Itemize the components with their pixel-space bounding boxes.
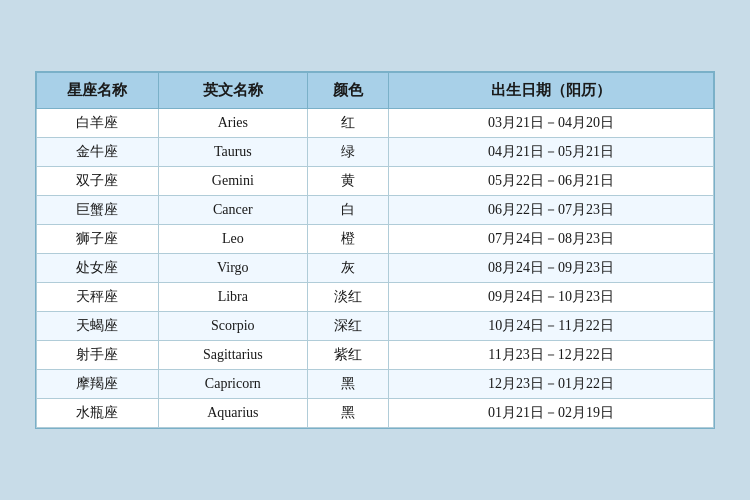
- cell-chinese: 狮子座: [37, 225, 159, 254]
- cell-english: Virgo: [158, 254, 307, 283]
- cell-english: Libra: [158, 283, 307, 312]
- table-row: 白羊座Aries红03月21日－04月20日: [37, 109, 714, 138]
- cell-date: 05月22日－06月21日: [389, 167, 714, 196]
- cell-chinese: 射手座: [37, 341, 159, 370]
- header-chinese: 星座名称: [37, 73, 159, 109]
- table-body: 白羊座Aries红03月21日－04月20日金牛座Taurus绿04月21日－0…: [37, 109, 714, 428]
- cell-color: 灰: [307, 254, 388, 283]
- cell-date: 11月23日－12月22日: [389, 341, 714, 370]
- cell-chinese: 天秤座: [37, 283, 159, 312]
- table-row: 摩羯座Capricorn黑12月23日－01月22日: [37, 370, 714, 399]
- table-row: 双子座Gemini黄05月22日－06月21日: [37, 167, 714, 196]
- header-english: 英文名称: [158, 73, 307, 109]
- table-row: 狮子座Leo橙07月24日－08月23日: [37, 225, 714, 254]
- cell-date: 09月24日－10月23日: [389, 283, 714, 312]
- cell-chinese: 天蝎座: [37, 312, 159, 341]
- cell-english: Capricorn: [158, 370, 307, 399]
- cell-date: 10月24日－11月22日: [389, 312, 714, 341]
- table-row: 射手座Sagittarius紫红11月23日－12月22日: [37, 341, 714, 370]
- cell-english: Cancer: [158, 196, 307, 225]
- cell-color: 黑: [307, 399, 388, 428]
- table-row: 天蝎座Scorpio深红10月24日－11月22日: [37, 312, 714, 341]
- cell-color: 白: [307, 196, 388, 225]
- cell-color: 黄: [307, 167, 388, 196]
- cell-date: 06月22日－07月23日: [389, 196, 714, 225]
- cell-color: 深红: [307, 312, 388, 341]
- cell-color: 淡红: [307, 283, 388, 312]
- header-color: 颜色: [307, 73, 388, 109]
- cell-date: 07月24日－08月23日: [389, 225, 714, 254]
- zodiac-table-container: 星座名称 英文名称 颜色 出生日期（阳历） 白羊座Aries红03月21日－04…: [35, 71, 715, 429]
- cell-date: 03月21日－04月20日: [389, 109, 714, 138]
- cell-english: Taurus: [158, 138, 307, 167]
- cell-date: 08月24日－09月23日: [389, 254, 714, 283]
- table-header-row: 星座名称 英文名称 颜色 出生日期（阳历）: [37, 73, 714, 109]
- cell-chinese: 双子座: [37, 167, 159, 196]
- cell-date: 12月23日－01月22日: [389, 370, 714, 399]
- cell-color: 紫红: [307, 341, 388, 370]
- table-row: 水瓶座Aquarius黑01月21日－02月19日: [37, 399, 714, 428]
- cell-english: Scorpio: [158, 312, 307, 341]
- cell-date: 01月21日－02月19日: [389, 399, 714, 428]
- cell-date: 04月21日－05月21日: [389, 138, 714, 167]
- cell-chinese: 巨蟹座: [37, 196, 159, 225]
- table-row: 巨蟹座Cancer白06月22日－07月23日: [37, 196, 714, 225]
- table-row: 天秤座Libra淡红09月24日－10月23日: [37, 283, 714, 312]
- cell-color: 绿: [307, 138, 388, 167]
- cell-english: Aries: [158, 109, 307, 138]
- cell-english: Leo: [158, 225, 307, 254]
- cell-color: 橙: [307, 225, 388, 254]
- table-row: 处女座Virgo灰08月24日－09月23日: [37, 254, 714, 283]
- zodiac-table: 星座名称 英文名称 颜色 出生日期（阳历） 白羊座Aries红03月21日－04…: [36, 72, 714, 428]
- cell-chinese: 金牛座: [37, 138, 159, 167]
- cell-color: 红: [307, 109, 388, 138]
- cell-english: Aquarius: [158, 399, 307, 428]
- cell-english: Gemini: [158, 167, 307, 196]
- cell-chinese: 摩羯座: [37, 370, 159, 399]
- cell-color: 黑: [307, 370, 388, 399]
- cell-chinese: 水瓶座: [37, 399, 159, 428]
- cell-chinese: 白羊座: [37, 109, 159, 138]
- cell-chinese: 处女座: [37, 254, 159, 283]
- cell-english: Sagittarius: [158, 341, 307, 370]
- table-row: 金牛座Taurus绿04月21日－05月21日: [37, 138, 714, 167]
- header-date: 出生日期（阳历）: [389, 73, 714, 109]
